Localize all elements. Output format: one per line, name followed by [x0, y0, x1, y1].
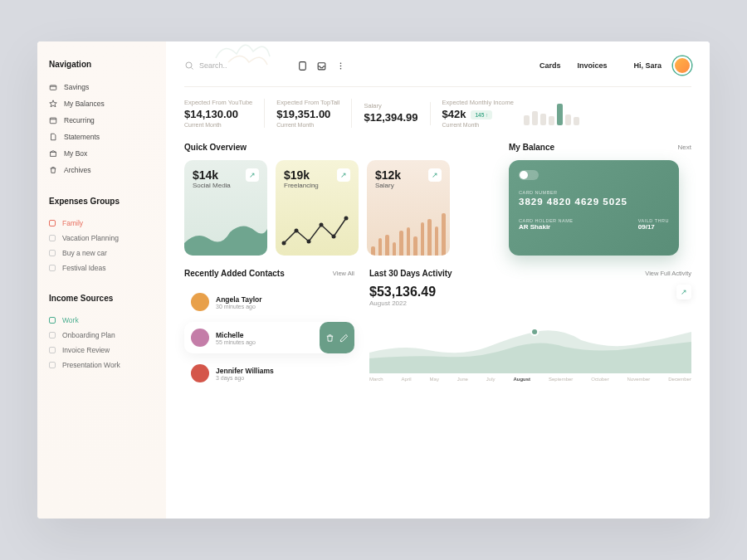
stat-toptall: Expected From TopTall $19,351.00 Current…	[265, 99, 352, 128]
nav-savings[interactable]: Savings	[49, 79, 154, 95]
avatar	[191, 329, 209, 347]
activity-month: August 2022	[369, 299, 436, 307]
card-salary[interactable]: ↗ $12k Salary	[367, 160, 450, 256]
sidebar: Navigation Savings My Balances Recurring…	[37, 41, 166, 519]
svg-rect-2	[50, 118, 56, 124]
topbar: Search.. Cards Invoices Hi, Sara	[184, 56, 691, 75]
contacts-heading: Recently Added Contacts	[184, 269, 285, 278]
avatar	[191, 364, 209, 382]
group-car[interactable]: Buy a new car	[49, 246, 154, 261]
mini-bar-chart	[524, 102, 579, 125]
box-icon	[49, 149, 57, 158]
income-onboarding[interactable]: Onboarding Plan	[49, 328, 154, 343]
svg-point-9	[282, 241, 286, 246]
checkbox-icon	[49, 332, 56, 338]
arrow-up-icon: ↗	[337, 168, 350, 182]
checkbox-icon	[49, 362, 56, 368]
star-icon	[49, 100, 57, 108]
view-all-link[interactable]: View All	[333, 270, 354, 277]
main-content: Search.. Cards Invoices Hi, Sara Expecte…	[166, 41, 710, 519]
search-input[interactable]: Search..	[184, 61, 227, 71]
balance-heading: My Balance	[509, 143, 554, 152]
contact-item[interactable]: Jennifer Williams3 days ago	[184, 358, 354, 389]
file-icon	[49, 133, 57, 141]
svg-point-8	[339, 67, 341, 69]
income-invoice[interactable]: Invoice Review	[49, 343, 154, 358]
activity-chart	[369, 307, 691, 373]
nav-archives[interactable]: Archives	[49, 162, 154, 178]
edit-icon[interactable]	[339, 334, 349, 343]
area-chart-icon	[184, 214, 267, 256]
group-vacation[interactable]: Vacation Planning	[49, 231, 154, 246]
svg-point-11	[307, 240, 311, 244]
activity-amount: $53,136.49	[369, 285, 436, 299]
contact-actions	[320, 322, 354, 353]
quick-overview: Quick Overview ↗ $14k Social Media ↗ $19…	[184, 143, 496, 256]
group-festival[interactable]: Festival Ideas	[49, 261, 154, 275]
svg-point-10	[295, 229, 299, 233]
checkbox-icon	[49, 235, 56, 241]
stat-salary: Salary $12,394.99	[352, 102, 430, 125]
trend-badge: 145 ↑	[471, 110, 492, 119]
arrow-up-icon: ↗	[246, 168, 259, 182]
my-balance: My Balance Next CARD NUMBER 3829 4820 46…	[509, 143, 691, 256]
stat-expected: Expected Monthly Income $42k 145 ↑ Curre…	[431, 99, 579, 128]
svg-point-14	[344, 217, 349, 221]
card-social-media[interactable]: ↗ $14k Social Media	[184, 160, 267, 256]
greeting: Hi, Sara	[633, 61, 662, 70]
view-full-link[interactable]: View Full Activity	[645, 270, 691, 277]
checkbox-icon	[49, 347, 56, 353]
svg-rect-3	[51, 152, 56, 156]
more-icon[interactable]	[335, 61, 346, 71]
recent-contacts: Recently Added Contacts View All Angela …	[184, 269, 354, 393]
checkbox-icon	[49, 250, 56, 256]
stat-youtube: Expected From YouTube $14,130.00 Current…	[184, 99, 265, 128]
nav-heading: Navigation	[49, 60, 154, 69]
activity-panel: Last 30 Days Activity View Full Activity…	[369, 269, 691, 393]
avatar	[191, 293, 209, 311]
contact-item[interactable]: Angela Taylor30 minutes ago	[184, 286, 354, 318]
link-cards[interactable]: Cards	[540, 61, 561, 70]
bar-chart-icon	[371, 210, 446, 256]
next-link[interactable]: Next	[678, 144, 691, 151]
wallet-icon	[49, 83, 57, 91]
income-work[interactable]: Work	[49, 313, 154, 328]
card-toggle[interactable]	[519, 170, 539, 180]
svg-rect-0	[50, 85, 56, 90]
delete-icon[interactable]	[325, 334, 334, 343]
checkbox-icon	[49, 220, 56, 226]
svg-marker-1	[50, 100, 56, 107]
overview-heading: Quick Overview	[184, 143, 496, 152]
contact-item[interactable]: Michelle55 minutes ago	[184, 322, 354, 353]
income-presentation[interactable]: Presentation Work	[49, 358, 154, 373]
svg-rect-5	[299, 61, 305, 70]
credit-card[interactable]: CARD NUMBER 3829 4820 4629 5025 CARD HOL…	[509, 160, 679, 256]
nav-balances[interactable]: My Balances	[49, 95, 154, 112]
calendar-icon	[49, 116, 57, 124]
arrow-up-icon[interactable]: ↗	[676, 285, 691, 299]
trash-icon	[49, 166, 57, 174]
checkbox-icon	[49, 265, 56, 271]
svg-point-7	[339, 65, 341, 66]
checkbox-icon	[49, 317, 56, 324]
activity-heading: Last 30 Days Activity	[369, 269, 452, 278]
svg-point-15	[531, 329, 538, 335]
link-invoices[interactable]: Invoices	[577, 61, 607, 70]
nav-statements[interactable]: Statements	[49, 129, 154, 145]
note-icon[interactable]	[297, 61, 308, 71]
stats-row: Expected From YouTube $14,130.00 Current…	[184, 99, 691, 128]
line-chart-icon	[280, 210, 354, 251]
arrow-up-icon: ↗	[428, 168, 442, 182]
income-heading: Income Sources	[49, 294, 154, 303]
divider	[184, 86, 691, 87]
inbox-icon[interactable]	[316, 61, 327, 71]
month-axis: March April May June July August Septemb…	[369, 377, 691, 382]
group-family[interactable]: Family	[49, 216, 154, 231]
nav-mybox[interactable]: My Box	[49, 145, 154, 162]
svg-point-13	[332, 235, 336, 239]
avatar[interactable]	[673, 56, 691, 75]
groups-heading: Expenses Groups	[49, 197, 154, 206]
card-freelancing[interactable]: ↗ $19k Freelancing	[276, 160, 359, 256]
nav-recurring[interactable]: Recurring	[49, 112, 154, 129]
search-icon	[184, 61, 194, 71]
